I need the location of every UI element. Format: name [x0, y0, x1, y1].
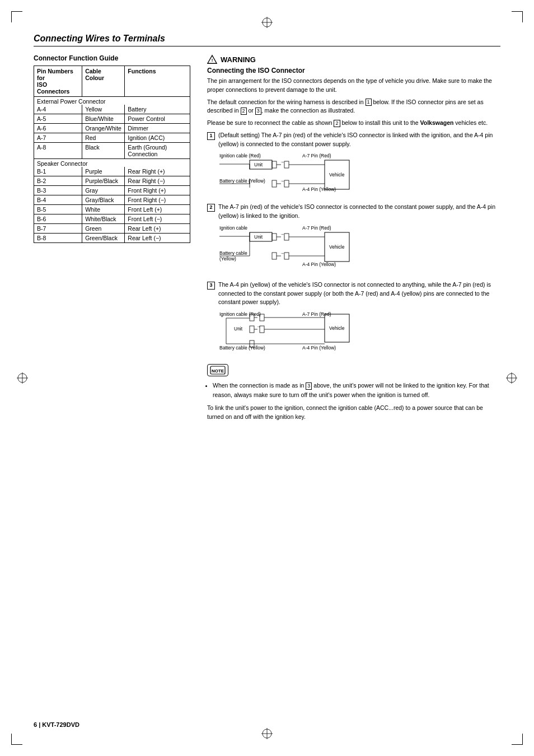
table-row: B-1 Purple Rear Right (+) — [34, 167, 190, 176]
table-row: A-6 Orange/White Dimmer — [34, 124, 190, 133]
item3-text: The A-4 pin (yellow) of the vehicle's IS… — [218, 281, 491, 306]
svg-text:Battery cable (Yellow): Battery cable (Yellow) — [219, 178, 265, 184]
warning-subtitle: Connecting the ISO Connector — [207, 67, 500, 74]
warning-title-text: WARNING — [221, 55, 256, 64]
table-cell-pin: A-6 — [34, 124, 82, 133]
table-cell-colour: Purple — [82, 167, 125, 176]
table-cell-pin: B-4 — [34, 195, 82, 205]
svg-text:Vehicle: Vehicle — [329, 244, 345, 250]
table-cell-colour: White — [82, 205, 125, 214]
table-row: B-4 Gray/Black Front Right (−) — [34, 195, 190, 205]
svg-rect-69 — [250, 326, 254, 333]
note-icon: NOTE — [207, 364, 228, 376]
diagram-2: Ignition cable A-7 Pin (Red) Unit — [218, 224, 500, 272]
table-group-header: Speaker Connector — [34, 159, 190, 167]
svg-text:A-4 Pin (Yellow): A-4 Pin (Yellow) — [302, 262, 336, 267]
table-cell-pin: B-7 — [34, 224, 82, 234]
ref-2-inline-b: 2 — [334, 120, 340, 127]
table-cell-function: Rear Right (+) — [125, 167, 190, 176]
numbered-item-1: 1 (Default setting) The A-7 pin (red) of… — [207, 131, 500, 198]
crop-mark-tr — [512, 11, 523, 22]
table-cell-function: Power Control — [125, 114, 190, 124]
table-cell-pin: B-8 — [34, 234, 82, 243]
left-column: Connector Function Guide Pin Numbers for… — [34, 54, 190, 243]
table-cell-pin: A-5 — [34, 114, 82, 124]
warning-intro: The pin arrangement for the ISO connecto… — [207, 77, 500, 95]
table-cell-function: Dimmer — [125, 124, 190, 133]
main-content: Connecting Wires to Terminals Connector … — [34, 34, 500, 422]
svg-text:(Yellow): (Yellow) — [219, 256, 236, 262]
svg-text:→: → — [280, 179, 284, 184]
connector-section-title: Connector Function Guide — [34, 54, 190, 62]
svg-text:Ignition cable: Ignition cable — [219, 225, 247, 231]
table-cell-colour: Orange/White — [82, 124, 125, 133]
table-cell-colour: White/Black — [82, 214, 125, 224]
table-cell-function: Battery — [125, 105, 190, 114]
table-group-header: External Power Connector — [34, 97, 190, 105]
right-column: ! WARNING Connecting the ISO Connector T… — [207, 54, 500, 422]
table-cell-function: Front Left (+) — [125, 205, 190, 214]
col-header-functions: Functions — [125, 66, 190, 97]
table-row: B-5 White Front Left (+) — [34, 205, 190, 214]
note-bullet-1: When the connection is made as in 3 abov… — [213, 381, 500, 400]
svg-rect-42 — [272, 234, 277, 240]
warning-volkswagen-text: Please be sure to reconnect the cable as… — [207, 119, 500, 128]
num-badge-3: 3 — [207, 282, 215, 290]
note-section: NOTE When the connection is made as in 3… — [207, 364, 500, 422]
svg-text:A-7 Pin (Red): A-7 Pin (Red) — [302, 153, 331, 158]
table-cell-function: Front Left (−) — [125, 214, 190, 224]
diagram-3: Ignition cable (Red) A-7 Pin (Red) → — [218, 310, 500, 355]
warning-header: ! WARNING — [207, 54, 500, 64]
table-cell-pin: A-7 — [34, 133, 82, 143]
svg-rect-33 — [284, 180, 289, 187]
svg-rect-53 — [272, 253, 277, 259]
table-cell-colour: Blue/White — [82, 114, 125, 124]
svg-text:Battery cable (Yellow): Battery cable (Yellow) — [219, 345, 265, 351]
svg-text:A-7 Pin (Red): A-7 Pin (Red) — [302, 225, 331, 231]
table-cell-function: Rear Right (−) — [125, 176, 190, 186]
crop-mark-tl — [11, 11, 22, 22]
ref-2-inline: 2 — [241, 108, 247, 115]
crosshair-left — [16, 371, 29, 385]
two-column-layout: Connector Function Guide Pin Numbers for… — [34, 54, 500, 422]
svg-text:Ignition cable (Red): Ignition cable (Red) — [219, 311, 261, 317]
svg-rect-56 — [284, 253, 289, 259]
table-cell-colour: Green — [82, 224, 125, 234]
numbered-item-2: 2 The A-7 pin (red) of the vehicle's ISO… — [207, 203, 500, 275]
table-cell-function: Ignition (ACC) — [125, 133, 190, 143]
table-cell-colour: Gray/Black — [82, 195, 125, 205]
svg-text:NOTE: NOTE — [212, 368, 224, 374]
item2-text: The A-7 pin (red) of the vehicle's ISO c… — [218, 203, 495, 219]
table-row: A-4 Yellow Battery — [34, 105, 190, 114]
numbered-item-3: 3 The A-4 pin (yellow) of the vehicle's … — [207, 281, 500, 358]
crosshair-top — [260, 16, 274, 29]
table-cell-colour: Green/Black — [82, 234, 125, 243]
svg-text:Battery cable: Battery cable — [219, 250, 247, 256]
note-paragraph-2: To link the unit's power to the ignition… — [207, 403, 500, 422]
page: Connecting Wires to Terminals Connector … — [0, 0, 534, 756]
table-cell-colour: Red — [82, 133, 125, 143]
table-cell-colour: Black — [82, 143, 125, 159]
table-cell-pin: B-2 — [34, 176, 82, 186]
svg-text:→: → — [280, 251, 284, 256]
svg-text:Ignition cable (Red): Ignition cable (Red) — [219, 153, 261, 158]
table-cell-pin: A-4 — [34, 105, 82, 114]
warning-default-text: The default connection for the wiring ha… — [207, 98, 500, 116]
svg-rect-22 — [284, 161, 289, 168]
table-cell-function: Rear Left (−) — [125, 234, 190, 243]
svg-text:Unit: Unit — [234, 326, 243, 332]
svg-text:!: ! — [212, 58, 213, 63]
table-row: B-7 Green Rear Left (+) — [34, 224, 190, 234]
table-cell-pin: B-3 — [34, 186, 82, 195]
table-row: A-7 Red Ignition (ACC) — [34, 133, 190, 143]
table-row: B-6 White/Black Front Left (−) — [34, 214, 190, 224]
crop-mark-br — [512, 734, 523, 745]
table-cell-pin: B-6 — [34, 214, 82, 224]
table-row: B-8 Green/Black Rear Left (−) — [34, 234, 190, 243]
page-title: Connecting Wires to Terminals — [34, 34, 500, 46]
svg-text:Vehicle: Vehicle — [329, 172, 345, 178]
svg-text:Unit: Unit — [254, 234, 263, 240]
table-cell-colour: Yellow — [82, 105, 125, 114]
table-cell-pin: B-5 — [34, 205, 82, 214]
crosshair-bottom — [260, 727, 274, 740]
